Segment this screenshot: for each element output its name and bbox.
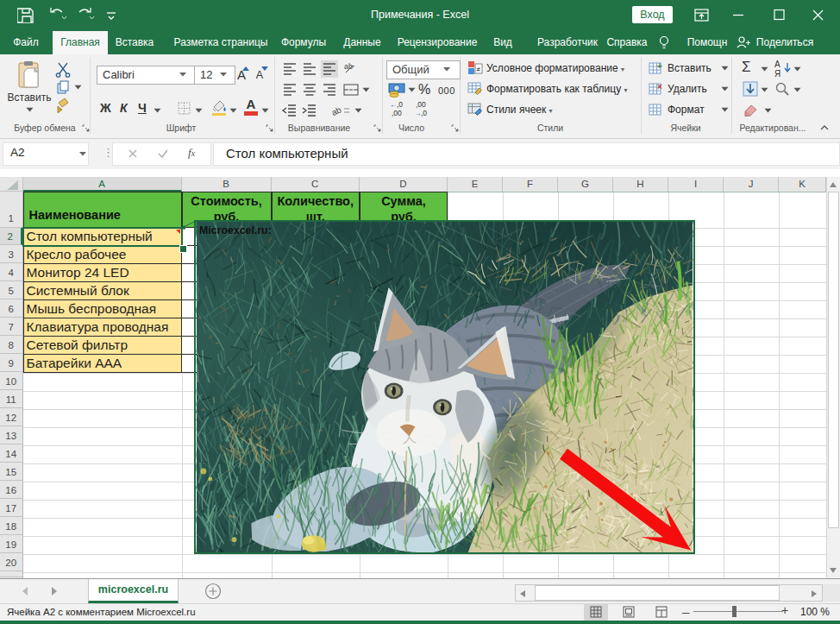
svg-text:+: + bbox=[657, 61, 662, 71]
svg-text:,00: ,00 bbox=[416, 100, 426, 109]
svg-text:,0: ,0 bbox=[421, 109, 427, 117]
svg-text:≠: ≠ bbox=[477, 66, 481, 73]
svg-text:Microexcel.ru:: Microexcel.ru: bbox=[199, 224, 272, 236]
svg-text:,00: ,00 bbox=[392, 109, 402, 117]
svg-text:,0: ,0 bbox=[397, 100, 403, 109]
svg-text:×: × bbox=[657, 82, 662, 91]
svg-text:ab: ab bbox=[330, 104, 343, 117]
